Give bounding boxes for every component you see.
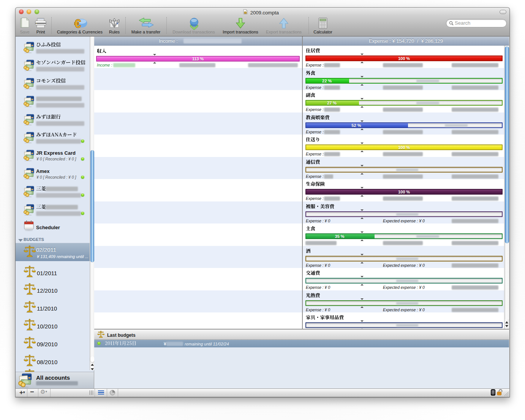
- svg-text:€: €: [74, 17, 81, 30]
